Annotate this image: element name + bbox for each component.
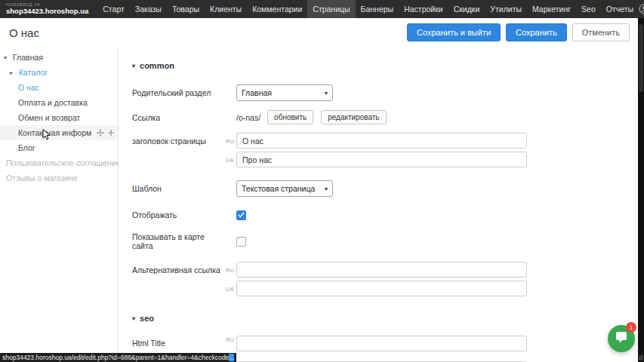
sidebar-item-label: Пользовательское соглашение <box>6 158 118 167</box>
sitemap-label: Показывать в карте сайта <box>132 232 226 250</box>
sidebar-item-label: Контактная информ <box>18 128 91 137</box>
parent-section-select[interactable]: Главная ▾ <box>236 84 333 101</box>
selected-value: Главная <box>242 88 272 97</box>
nav-item-orders[interactable]: Заказы <box>130 0 167 18</box>
save-and-exit-button[interactable]: Сохранить и выйти <box>407 23 501 41</box>
section-header-common[interactable]: ▾ common <box>132 60 638 72</box>
nav-item-marketing[interactable]: Маркетинг <box>527 0 576 18</box>
field-row-page-title-ru: заголовок страницы RU <box>132 133 638 149</box>
alt-link-label: Альтернативная ссылка <box>132 265 226 275</box>
field-row-alt-link-ru: Альтернативная ссылка RU <box>132 262 638 278</box>
main-menu: Старт Заказы Товары Клиенты Комментарии … <box>97 0 639 18</box>
nav-item-utilities[interactable]: Утилиты <box>485 0 527 18</box>
status-url-text: shop34423.horoshop.ua/edit/edit.php?id=6… <box>2 354 229 361</box>
nav-item-seo[interactable]: Seo <box>576 0 601 18</box>
sidebar-item-blog[interactable]: Блог <box>0 140 118 155</box>
link-value: /o-nas/ <box>236 113 260 122</box>
sidebar-item-label: Оплата и доставка <box>18 98 88 107</box>
header-button-group: Сохранить и выйти Сохранить Отменить <box>407 23 638 41</box>
template-label: Шаблон <box>132 184 226 193</box>
save-button[interactable]: Сохранить <box>506 23 567 41</box>
app-logo[interactable]: НОВОВВОД V4 shop34423.horoshop.ua <box>0 3 97 15</box>
sidebar-item-label: Каталог <box>19 68 48 77</box>
nav-item-comments[interactable]: Комментарии <box>247 0 307 18</box>
nav-item-settings[interactable]: Настройки <box>399 0 448 18</box>
lang-label-ua: UA <box>226 285 236 293</box>
top-navbar: НОВОВВОД V4 shop34423.horoshop.ua Старт … <box>0 0 644 18</box>
sidebar-item-home[interactable]: ▾ Главная <box>0 50 118 65</box>
field-row-parent-section: Родительский раздел Главная ▾ <box>132 84 638 101</box>
sidebar-item-label: Блог <box>18 143 35 152</box>
shop-domain-label: shop34423.horoshop.ua <box>6 8 88 15</box>
sidebar-item-payment-delivery[interactable]: Оплата и доставка <box>0 95 118 110</box>
field-row-page-title-ua: UA <box>132 152 638 167</box>
page-title: О нас <box>0 26 39 39</box>
nav-item-banners[interactable]: Баннеры <box>356 0 399 18</box>
sidebar-item-label: Обмен и возврат <box>18 113 80 122</box>
sidebar-item-contact-info[interactable]: Контактная информ <box>0 125 118 140</box>
chat-bubble-icon <box>615 331 628 347</box>
nav-item-clients[interactable]: Клиенты <box>205 0 247 18</box>
browser-status-url: shop34423.horoshop.ua/edit/edit.php?id=6… <box>0 353 236 362</box>
sidebar-item-label: Главная <box>13 53 43 62</box>
nav-item-discounts[interactable]: Скидки <box>448 0 485 18</box>
scrollbar-thumb[interactable] <box>639 24 643 92</box>
cancel-button[interactable]: Отменить <box>572 23 630 41</box>
user-account-icon[interactable] <box>639 4 644 14</box>
chat-notification-badge: 1 <box>626 322 636 333</box>
nav-item-products[interactable]: Товары <box>167 0 205 18</box>
sidebar-item-label: О нас <box>18 83 39 92</box>
chevron-down-icon[interactable]: ▾ <box>132 63 135 69</box>
page-title-ua-input[interactable] <box>236 152 527 167</box>
add-icon[interactable] <box>107 129 115 137</box>
sidebar-item-user-agreement[interactable]: Пользовательское соглашение <box>0 155 118 170</box>
chevron-down-icon[interactable]: ▾ <box>132 315 135 322</box>
status-url-tail: ... <box>229 354 234 361</box>
nav-item-start[interactable]: Старт <box>97 0 130 18</box>
chevron-down-icon: ▾ <box>325 90 328 97</box>
section-header-seo[interactable]: ▾ seo <box>132 312 638 324</box>
update-link-button[interactable]: обновить <box>267 110 313 124</box>
page-title-field-label: заголовок страницы <box>132 137 226 146</box>
section-title: seo <box>140 314 154 323</box>
scrollbar-down-button[interactable] <box>639 355 643 360</box>
alt-link-ua-input[interactable] <box>236 281 527 296</box>
nav-item-pages[interactable]: Страницы <box>307 0 355 18</box>
field-row-sitemap: Показывать в карте сайта <box>132 232 638 250</box>
sidebar-item-store-reviews[interactable]: Отзывы о магазине <box>0 170 118 186</box>
section-title: common <box>140 61 174 70</box>
field-row-alt-link-ua: UA <box>132 281 638 296</box>
chevron-down-icon: ▾ <box>325 186 328 192</box>
field-row-link: Ссылка /o-nas/ обновить редактировать <box>132 110 638 124</box>
page-header: О нас Сохранить и выйти Сохранить Отмени… <box>0 18 638 47</box>
sitemap-checkbox[interactable] <box>236 237 246 247</box>
chat-widget-button[interactable]: 1 <box>608 325 635 352</box>
display-label: Отображать <box>132 210 226 219</box>
page-edit-form: ▾ common Родительский раздел Главная ▾ С… <box>119 47 638 362</box>
lang-label-ru: RU <box>226 266 236 274</box>
lang-label-ru: RU <box>226 137 236 145</box>
move-icon[interactable] <box>97 129 104 137</box>
alt-link-ru-input[interactable] <box>236 262 527 278</box>
sidebar-item-about[interactable]: О нас <box>0 80 118 95</box>
lang-label-ua: UA <box>226 156 236 164</box>
lang-label-ru: RU <box>226 336 236 343</box>
display-checkbox[interactable] <box>236 210 246 220</box>
topbar-icon-group <box>639 4 644 14</box>
chevron-down-icon[interactable]: ▾ <box>4 54 10 61</box>
sidebar-item-catalog[interactable]: ▸ Каталог <box>0 65 118 80</box>
field-row-display: Отображать <box>132 209 638 221</box>
sidebar-item-exchange-return[interactable]: Обмен и возврат <box>0 110 118 125</box>
parent-section-label: Родительский раздел <box>132 88 226 97</box>
pages-tree-sidebar: ▾ Главная ▸ Каталог О нас Оплата и доста… <box>0 47 119 362</box>
page-title-ru-input[interactable] <box>236 133 527 149</box>
link-label: Ссылка <box>132 113 226 122</box>
vertical-scrollbar[interactable] <box>638 18 644 362</box>
nav-item-reports[interactable]: Отчеты <box>601 0 639 18</box>
template-select[interactable]: Текстовая страница ▾ <box>236 180 333 197</box>
edit-link-button[interactable]: редактировать <box>321 110 386 124</box>
html-title-ru-input[interactable] <box>236 336 527 351</box>
html-title-label: Html Title <box>132 339 165 348</box>
selected-value: Текстовая страница <box>242 184 315 193</box>
chevron-right-icon[interactable]: ▸ <box>10 69 16 76</box>
